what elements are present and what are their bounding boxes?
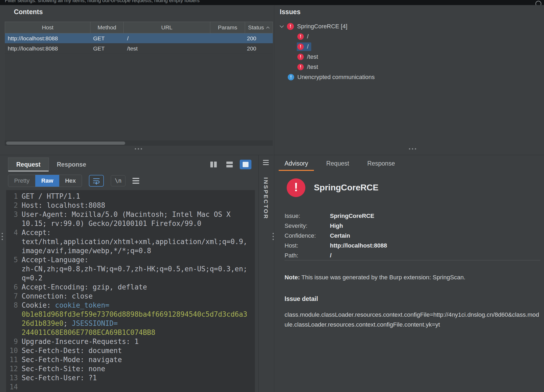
issue-group-label: SpringCoreRCE [4] bbox=[297, 23, 347, 30]
issue-item[interactable]: !/test bbox=[276, 62, 540, 72]
editor-line: 10Sec-Fetch-Dest: document bbox=[6, 346, 255, 355]
issue-item[interactable]: !/ bbox=[276, 32, 540, 42]
column-label: Status bbox=[248, 24, 264, 31]
layout-rows-button[interactable] bbox=[224, 160, 235, 169]
advisory-tabs: Advisory Request Response bbox=[279, 157, 401, 171]
issue-item-unencrypted[interactable]: ! Unencrypted communications bbox=[276, 72, 540, 82]
issue-item[interactable]: !/ bbox=[276, 42, 540, 52]
chevron-down-icon[interactable] bbox=[280, 23, 284, 28]
field-label: Path: bbox=[285, 252, 330, 259]
line-number: 5 bbox=[6, 255, 18, 283]
table-row[interactable]: http://localhost:8088GET/test200 bbox=[5, 44, 273, 54]
advisory-field: Host:http://localhost:8088 bbox=[285, 241, 387, 250]
column-header-method[interactable]: Method bbox=[90, 22, 124, 33]
contents-panel-title: Contents bbox=[14, 8, 43, 16]
column-label: URL bbox=[161, 24, 172, 31]
line-number: 6 bbox=[6, 283, 18, 292]
advisory-fields: Issue:SpringCoreRCESeverity:HighConfiden… bbox=[285, 211, 387, 260]
table-cell: http://localhost:8088 bbox=[5, 45, 90, 52]
sort-caret-icon bbox=[266, 26, 270, 30]
field-value: / bbox=[330, 252, 332, 259]
table-cell: /test bbox=[123, 45, 210, 52]
layout-toggle-group bbox=[208, 160, 251, 169]
line-number: 13 bbox=[6, 373, 18, 382]
view-hex-button[interactable]: Hex bbox=[59, 175, 82, 187]
line-text: Sec-Fetch-User: ?1 bbox=[22, 373, 255, 382]
issue-item-label: Unencrypted communications bbox=[297, 74, 375, 81]
line-number: 14 bbox=[6, 382, 18, 391]
tab-advisory-response[interactable]: Response bbox=[361, 157, 401, 171]
issue-group-springcorerce[interactable]: ! SpringCoreRCE [4] bbox=[276, 21, 540, 32]
contents-splitter-grip[interactable] bbox=[135, 148, 142, 150]
layout-single-button[interactable] bbox=[240, 160, 251, 169]
field-label: Host: bbox=[285, 242, 330, 249]
high-severity-icon: ! bbox=[297, 64, 304, 70]
advisory-issue-title: SpringCoreRCE bbox=[314, 183, 379, 193]
line-text: Connection: close bbox=[22, 292, 255, 301]
editor-menu-icon[interactable] bbox=[132, 178, 139, 184]
column-label: Method bbox=[97, 24, 116, 31]
panel-divider-vertical[interactable] bbox=[274, 5, 274, 392]
field-value: SpringCoreRCE bbox=[330, 213, 374, 219]
tab-advisory[interactable]: Advisory bbox=[279, 157, 314, 171]
line-number: 4 bbox=[6, 228, 18, 255]
contents-table-header: HostMethodURLParamsStatus bbox=[5, 22, 273, 33]
line-text: Sec-Fetch-Mode: navigate bbox=[22, 355, 255, 364]
middle-splitter-grip[interactable] bbox=[273, 233, 274, 240]
show-newlines-button[interactable]: \n bbox=[111, 175, 125, 186]
issue-item-highlight: !/ bbox=[297, 32, 311, 41]
line-text: Accept-Encoding: gzip, deflate bbox=[22, 283, 255, 292]
issue-item-highlight: !/test bbox=[297, 53, 321, 61]
line-text: User-Agent: Mozilla/5.0 (Macintosh; Inte… bbox=[22, 210, 255, 228]
column-label: Host bbox=[42, 24, 53, 31]
column-header-status[interactable]: Status bbox=[245, 22, 272, 33]
line-text bbox=[22, 382, 255, 391]
inspector-sidebar[interactable]: INSPECTOR bbox=[258, 155, 273, 392]
info-severity-icon: ! bbox=[288, 74, 294, 80]
issue-item-label: / bbox=[307, 43, 309, 50]
request-editor[interactable]: 1GET / HTTP/1.12Host: localhost:80883Use… bbox=[6, 190, 255, 392]
field-value: http://localhost:8088 bbox=[330, 242, 387, 249]
issues-splitter-grip[interactable] bbox=[409, 148, 416, 150]
line-number: 7 bbox=[6, 292, 18, 301]
high-severity-icon: ! bbox=[297, 44, 304, 50]
table-row[interactable]: http://localhost:8088GET/200 bbox=[5, 33, 273, 44]
issues-tree: ! SpringCoreRCE [4] !/!/!/test!/test ! U… bbox=[276, 21, 540, 82]
contents-table-body[interactable]: http://localhost:8088GET/200http://local… bbox=[5, 33, 273, 140]
horizontal-scrollbar bbox=[5, 140, 273, 146]
single-pane-icon bbox=[243, 162, 249, 167]
layout-columns-button[interactable] bbox=[208, 160, 219, 169]
column-header-host[interactable]: Host bbox=[5, 22, 90, 33]
search-icon[interactable] bbox=[535, 1, 541, 5]
advisory-field: Path:/ bbox=[285, 250, 387, 260]
line-text: Sec-Fetch-Site: none bbox=[22, 364, 255, 373]
field-value: High bbox=[330, 222, 343, 229]
high-severity-icon: ! bbox=[297, 54, 304, 60]
editor-line: 13Sec-Fetch-User: ?1 bbox=[6, 373, 255, 382]
column-header-params[interactable]: Params bbox=[210, 22, 245, 33]
line-text: GET / HTTP/1.1 bbox=[22, 192, 255, 201]
view-raw-button[interactable]: Raw bbox=[35, 175, 59, 187]
editor-line: 3User-Agent: Mozilla/5.0 (Macintosh; Int… bbox=[6, 210, 255, 228]
horizontal-scrollbar-thumb[interactable] bbox=[6, 142, 125, 145]
table-cell: http://localhost:8088 bbox=[5, 35, 90, 42]
issue-item[interactable]: !/test bbox=[276, 52, 540, 62]
field-label: Severity: bbox=[285, 222, 330, 229]
tab-response[interactable]: Response bbox=[49, 158, 94, 171]
table-cell: GET bbox=[90, 45, 123, 52]
tab-request[interactable]: Request bbox=[8, 158, 49, 171]
editor-line: 5Accept-Language:zh-CN,zh;q=0.8,zh-TW;q=… bbox=[6, 255, 255, 283]
filter-bar[interactable]: Filter settings: showing all my items, h… bbox=[0, 0, 544, 5]
tab-advisory-request[interactable]: Request bbox=[320, 157, 355, 171]
column-header-url[interactable]: URL bbox=[124, 22, 210, 33]
editor-line: 14 bbox=[6, 382, 255, 391]
line-number: 1 bbox=[6, 192, 18, 201]
view-pretty-button[interactable]: Pretty bbox=[8, 175, 35, 187]
soft-wrap-button[interactable] bbox=[89, 175, 104, 187]
left-splitter-grip[interactable] bbox=[2, 233, 3, 240]
inspector-menu-icon[interactable] bbox=[263, 160, 269, 165]
burp-suite-window: Filter settings: showing all my items, h… bbox=[0, 0, 544, 392]
editor-line: 7Connection: close bbox=[6, 292, 255, 301]
advisory-note: Note: This issue was generated by the Bu… bbox=[285, 274, 540, 281]
filter-bar-text: Filter settings: showing all my items, h… bbox=[5, 0, 200, 3]
